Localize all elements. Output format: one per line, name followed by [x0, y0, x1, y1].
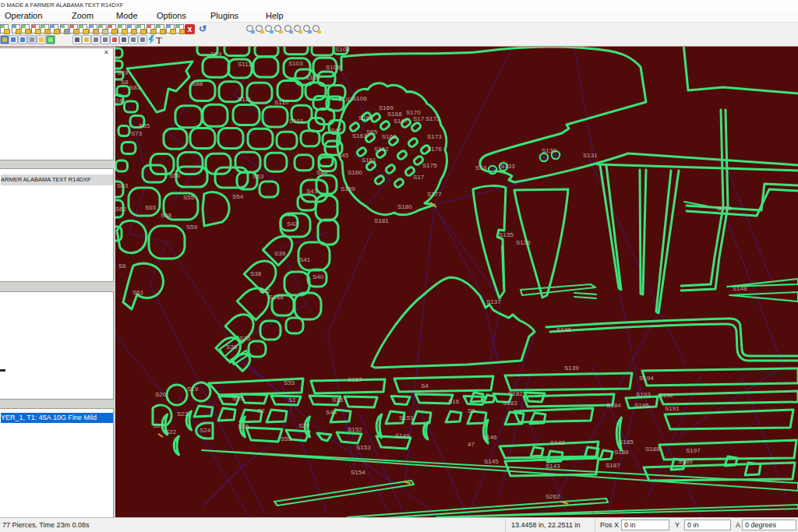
svg-text:S55: S55: [281, 435, 292, 442]
svg-text:S139: S139: [564, 365, 579, 372]
svg-text:S160: S160: [348, 169, 362, 176]
svg-text:S193: S193: [636, 391, 651, 398]
svg-text:S183: S183: [503, 400, 517, 407]
svg-text:S6: S6: [118, 262, 126, 270]
svg-text:S36: S36: [226, 344, 238, 351]
svg-text:S189: S189: [678, 458, 693, 465]
svg-text:S111: S111: [238, 96, 252, 103]
svg-text:S131: S131: [583, 152, 598, 159]
svg-text:S145: S145: [484, 458, 499, 465]
svg-text:S180: S180: [397, 203, 412, 210]
svg-text:S163: S163: [352, 132, 367, 139]
svg-text:S63: S63: [117, 182, 129, 189]
svg-text:S110: S110: [274, 99, 289, 106]
svg-text:S15: S15: [232, 395, 244, 402]
svg-text:S197: S197: [686, 447, 701, 454]
svg-text:S41: S41: [299, 256, 311, 263]
svg-text:S16: S16: [448, 398, 460, 405]
svg-text:S104: S104: [335, 47, 350, 53]
svg-text:S133: S133: [500, 163, 515, 170]
svg-text:S53: S53: [252, 173, 264, 180]
svg-text:47: 47: [468, 441, 475, 448]
svg-text:S103: S103: [288, 60, 303, 67]
svg-text:S56: S56: [169, 172, 181, 179]
svg-text:S73: S73: [131, 130, 143, 137]
svg-text:S54: S54: [232, 193, 244, 200]
svg-text:S101: S101: [289, 118, 304, 125]
svg-text:S184: S184: [606, 402, 621, 409]
svg-text:S13: S13: [475, 164, 487, 171]
svg-text:S107: S107: [338, 96, 353, 103]
svg-text:S143: S143: [546, 463, 560, 470]
svg-text:S13: S13: [332, 396, 344, 403]
svg-text:S65: S65: [145, 204, 157, 211]
svg-text:S157: S157: [348, 376, 362, 383]
svg-text:S33: S33: [284, 379, 295, 386]
svg-text:S130: S130: [542, 147, 556, 154]
svg-text:S152: S152: [348, 426, 362, 433]
svg-text:S167: S167: [394, 118, 408, 125]
svg-text:S59: S59: [186, 224, 198, 231]
svg-text:S161: S161: [362, 157, 376, 164]
svg-text:S185: S185: [619, 439, 634, 446]
svg-text:S24: S24: [200, 427, 211, 434]
svg-text:S21: S21: [153, 422, 164, 429]
svg-text:S195: S195: [634, 402, 649, 409]
svg-text:S40: S40: [312, 273, 324, 280]
svg-text:S3: S3: [468, 407, 475, 414]
svg-text:S19: S19: [187, 386, 199, 393]
svg-text:S4: S4: [421, 382, 429, 389]
svg-text:S175: S175: [422, 162, 437, 169]
svg-text:S44: S44: [316, 169, 328, 176]
svg-text:S42: S42: [287, 220, 298, 227]
svg-text:S88: S88: [192, 80, 203, 87]
svg-text:S105: S105: [305, 74, 320, 81]
svg-text:S47: S47: [330, 127, 342, 134]
svg-text:S142: S142: [550, 439, 565, 446]
svg-text:S181: S181: [374, 217, 389, 224]
svg-text:S8: S8: [121, 79, 129, 86]
svg-text:S138: S138: [556, 326, 571, 333]
svg-text:S182: S182: [508, 390, 523, 397]
svg-text:S187: S187: [606, 462, 620, 469]
svg-text:S177: S177: [427, 191, 442, 198]
svg-text:S173: S173: [427, 133, 442, 140]
svg-text:S135: S135: [499, 231, 514, 238]
svg-text:S1: S1: [288, 396, 296, 403]
svg-text:S262: S262: [546, 493, 560, 500]
svg-text:S146: S146: [482, 434, 497, 441]
svg-text:S137: S137: [486, 298, 501, 305]
svg-text:S89: S89: [210, 51, 222, 58]
svg-text:S17: S17: [413, 115, 425, 122]
svg-text:S58: S58: [161, 212, 172, 219]
svg-text:S10: S10: [323, 47, 335, 48]
svg-text:S151: S151: [399, 414, 414, 421]
svg-text:S164: S164: [358, 115, 373, 122]
svg-text:S150: S150: [717, 205, 732, 212]
svg-text:S85: S85: [139, 122, 150, 129]
svg-text:S172: S172: [425, 115, 440, 122]
svg-text:S79: S79: [117, 69, 129, 76]
svg-text:S62: S62: [115, 206, 127, 213]
svg-text:S148: S148: [733, 285, 747, 292]
svg-text:S38: S38: [250, 270, 262, 277]
svg-text:S43: S43: [306, 188, 318, 195]
svg-text:S176: S176: [427, 146, 442, 153]
svg-text:S166: S166: [382, 133, 397, 140]
svg-text:S188: S188: [645, 446, 660, 453]
svg-text:S106: S106: [352, 95, 367, 102]
svg-text:S188: S188: [269, 294, 284, 301]
svg-text:S61: S61: [132, 289, 144, 296]
svg-text:S20: S20: [155, 391, 167, 398]
svg-text:74: 74: [115, 97, 122, 104]
svg-text:S192: S192: [659, 392, 673, 399]
svg-text:S23: S23: [177, 410, 189, 417]
svg-text:S162: S162: [374, 146, 389, 153]
svg-text:S186: S186: [614, 449, 629, 456]
svg-text:S55: S55: [183, 194, 195, 201]
svg-text:S149: S149: [395, 432, 410, 439]
svg-text:S2: S2: [257, 407, 265, 414]
svg-text:S136: S136: [516, 239, 531, 246]
svg-text:S26: S26: [238, 423, 249, 430]
svg-text:S159: S159: [341, 185, 355, 192]
